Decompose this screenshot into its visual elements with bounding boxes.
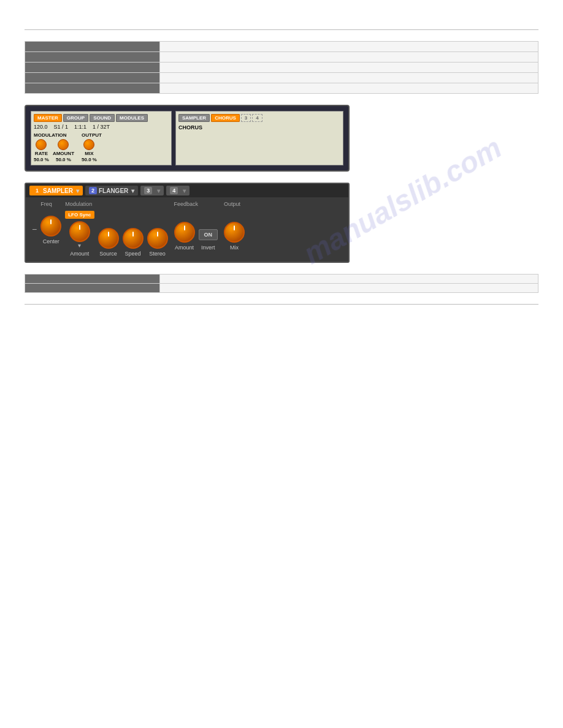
freq-section: Freq Center xyxy=(40,201,61,245)
stereo-knob[interactable] xyxy=(147,228,168,249)
table-cell-right xyxy=(160,73,538,83)
tab-row-left: MASTER GROUP SOUND MODULES xyxy=(34,114,169,122)
mix-knob[interactable] xyxy=(83,139,94,150)
table-cell-left xyxy=(25,83,160,94)
knob-rate: RATE 50.0 % xyxy=(34,139,49,162)
tab-4[interactable]: 4 xyxy=(252,114,262,122)
output-ctrl-section: Output Mix xyxy=(224,201,245,251)
module-panel-left: MASTER GROUP SOUND MODULES 120.0 S1 / 1 … xyxy=(31,111,172,165)
flanger-tab-2[interactable]: 2 FLANGER ▾ xyxy=(85,186,138,195)
flanger-tab-4[interactable]: 4 ▾ xyxy=(166,186,190,195)
feedback-section: Feedback Amount ON Invert xyxy=(174,201,218,251)
invert-ctrl: ON Invert xyxy=(199,217,218,251)
mix-value: 50.0 % xyxy=(82,157,97,162)
amount-knob-mod[interactable] xyxy=(58,139,69,150)
tab-sampler[interactable]: SAMPLER xyxy=(178,114,210,122)
dropdown-arrow-1[interactable]: ▾ xyxy=(76,188,79,194)
rate-label: RATE xyxy=(35,151,48,156)
table-row xyxy=(25,42,538,52)
tab-master[interactable]: MASTER xyxy=(34,114,62,122)
flanger-tab-1[interactable]: 1 SAMPLER ▾ xyxy=(29,186,83,195)
info-row: 120.0 S1 / 1 1:1:1 1 / 32T xyxy=(34,124,169,130)
table2-cell-right-2 xyxy=(160,284,538,293)
table-row xyxy=(25,284,538,293)
chorus-label: CHORUS xyxy=(178,124,340,131)
minus-button[interactable]: − xyxy=(32,224,37,234)
fb-amount-label: Amount xyxy=(175,245,194,251)
table-cell-right xyxy=(160,52,538,63)
table-cell-left xyxy=(25,63,160,73)
stereo-ctrl: Stereo xyxy=(147,216,168,257)
amount-ctrl: LFO Sync ▾ Amount xyxy=(65,210,94,257)
table1 xyxy=(25,41,538,94)
speed-knob[interactable] xyxy=(123,228,144,249)
top-rule xyxy=(25,29,538,30)
dropdown-arrow-4[interactable]: ▾ xyxy=(183,188,186,194)
mix-knob-flanger[interactable] xyxy=(224,222,245,243)
table2-cell-left-1 xyxy=(25,275,160,284)
table-row xyxy=(25,275,538,284)
tab-label-sampler: SAMPLER xyxy=(43,188,73,194)
bottom-rule xyxy=(25,304,538,305)
tab-num-1: 1 xyxy=(33,187,41,194)
flanger-tab-bar: 1 SAMPLER ▾ 2 FLANGER ▾ 3 ▾ 4 ▾ xyxy=(26,184,348,197)
modulation-section: MODULATION RATE 50.0 % AMOUNT 50.0 % xyxy=(34,131,74,162)
tab-num-2: 2 xyxy=(89,187,97,194)
modulation-label: MODULATION xyxy=(34,132,74,138)
tab-chorus[interactable]: CHORUS xyxy=(211,114,240,122)
modulation-ctrl-section: Modulation LFO Sync ▾ Amount Source xyxy=(65,201,167,257)
knob-row-out: MIX 50.0 % xyxy=(82,139,102,162)
table-row xyxy=(25,52,538,63)
mix-ctrl: Mix xyxy=(224,210,245,251)
tab-modules[interactable]: MODULES xyxy=(116,114,148,122)
table-cell-left xyxy=(25,73,160,83)
flanger-tab-3[interactable]: 3 ▾ xyxy=(140,186,164,195)
tab-num-4: 4 xyxy=(170,187,178,194)
modulation-ctrl-label: Modulation xyxy=(65,201,167,207)
speed-ctrl: Speed xyxy=(123,216,144,257)
tab-group[interactable]: GROUP xyxy=(63,114,88,122)
dropdown-arrow-3[interactable]: ▾ xyxy=(157,188,160,194)
output-label: OUTPUT xyxy=(82,132,102,138)
source-knob[interactable] xyxy=(98,228,119,249)
knob-row-mod: RATE 50.0 % AMOUNT 50.0 % xyxy=(34,139,74,162)
flanger-ui: 1 SAMPLER ▾ 2 FLANGER ▾ 3 ▾ 4 ▾ xyxy=(25,183,350,263)
table-row xyxy=(25,63,538,73)
table-row xyxy=(25,83,538,94)
table-cell-right xyxy=(160,42,538,52)
speed-label: Speed xyxy=(125,251,141,257)
tab-sound[interactable]: SOUND xyxy=(90,114,115,122)
bpm-value: 120.0 xyxy=(34,124,48,130)
fb-amount-knob[interactable] xyxy=(174,222,195,243)
amount-label-mod: AMOUNT xyxy=(53,151,74,156)
table-cell-left xyxy=(25,42,160,52)
lfo-sync-button[interactable]: LFO Sync xyxy=(65,211,94,219)
mix-label: MIX xyxy=(85,151,93,156)
table-cell-right xyxy=(160,63,538,73)
position-value: 1:1:1 xyxy=(74,124,86,130)
source-ctrl: Source xyxy=(98,216,119,257)
tab-3[interactable]: 3 xyxy=(241,114,251,122)
mix-label-flanger: Mix xyxy=(230,245,239,251)
tab-label-flanger: FLANGER xyxy=(99,188,128,194)
tab-row-right: SAMPLER CHORUS 3 4 xyxy=(178,114,340,122)
table2-cell-left-2 xyxy=(25,284,160,293)
slot-value: S1 / 1 xyxy=(54,124,69,130)
amount-label: Amount xyxy=(70,251,89,257)
amount-knob[interactable] xyxy=(69,221,90,242)
table-cell-right xyxy=(160,83,538,94)
knob-mix: MIX 50.0 % xyxy=(82,139,97,162)
knob-amount-mod: AMOUNT 50.0 % xyxy=(53,139,74,162)
stereo-label: Stereo xyxy=(149,251,166,257)
output-section: OUTPUT MIX 50.0 % xyxy=(82,131,102,162)
center-ctrl: Center xyxy=(40,216,61,245)
invert-on-button[interactable]: ON xyxy=(199,229,218,240)
center-knob[interactable] xyxy=(40,216,61,237)
dropdown-arrow-2[interactable]: ▾ xyxy=(131,188,134,194)
fb-amount-ctrl: Amount xyxy=(174,210,195,251)
table2 xyxy=(25,274,538,293)
rate-knob[interactable] xyxy=(36,139,47,150)
freq-label: Freq xyxy=(40,201,61,207)
flanger-controls-row: − Freq Center Modulation LFO Sync xyxy=(26,197,348,262)
source-label: Source xyxy=(99,251,117,257)
